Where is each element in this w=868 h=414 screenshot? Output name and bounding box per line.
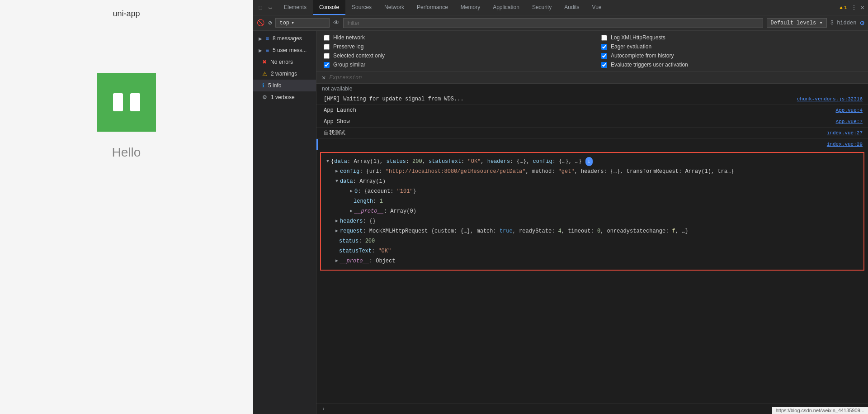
- warning-triangle-icon: ▲: [840, 5, 843, 10]
- filter-input[interactable]: [343, 18, 763, 28]
- obj-data-length-line: length: 1: [326, 196, 858, 206]
- svg-rect-1: [130, 93, 140, 111]
- obj-proto-expand-icon[interactable]: ▶: [335, 257, 338, 266]
- expression-close-icon[interactable]: ✕: [322, 74, 326, 81]
- setting-log-xmlhttp: Log XMLHttpRequests: [601, 34, 861, 41]
- eye-icon[interactable]: 👁: [333, 19, 340, 27]
- tab-console[interactable]: Console: [313, 0, 345, 15]
- obj-data-header-line: ▼ data: Array(1): [326, 176, 858, 186]
- statustext-text: statusText: "OK": [339, 247, 391, 256]
- obj-headers-line: ▶ headers: {}: [326, 216, 858, 226]
- sidebar-item-info[interactable]: ℹ 5 info: [253, 80, 316, 91]
- obj-summary-line: ▼ {data: Array(1), status: 200, statusTe…: [326, 157, 858, 167]
- sidebar-warnings-label: 2 warnings: [271, 71, 297, 77]
- console-line-app-launch: App Launch App.vue:4: [316, 105, 868, 116]
- sidebar-item-errors[interactable]: ✖ No errors: [253, 56, 316, 68]
- devtools-tabbar: ⬚ ▭ Elements Console Sources Network Per…: [253, 0, 868, 15]
- test-source[interactable]: index.vue:27: [827, 129, 863, 137]
- arrow-icon: ▶: [259, 36, 262, 41]
- url-bar: https://blog.csdn.net/weixin_44135909...: [772, 407, 868, 414]
- console-sidebar: ▶ ≡ 8 messages ▶ ≡ 5 user mess... ✖ No e…: [253, 31, 316, 414]
- obj-proto-line: ▶ __proto__: Object: [326, 256, 858, 266]
- sidebar-user-messages-label: 5 user mess...: [273, 47, 307, 53]
- selected-context-checkbox[interactable]: [324, 53, 330, 59]
- proto-expand-icon[interactable]: ▶: [350, 207, 353, 216]
- default-levels-selector[interactable]: Default levels ▾: [767, 18, 827, 28]
- console-main: Hide network Log XMLHttpRequests Preserv…: [316, 31, 868, 414]
- data-proto-text: __proto__: Array(0): [354, 207, 416, 216]
- app-title: uni-app: [113, 9, 140, 19]
- hide-network-checkbox[interactable]: [324, 35, 330, 41]
- settings-icon[interactable]: ⚙: [860, 19, 864, 28]
- context-selector[interactable]: top ▾: [275, 18, 330, 28]
- device-icon[interactable]: ▭: [267, 4, 274, 11]
- more-menu-icon[interactable]: ⋮: [851, 4, 857, 11]
- tab-vue[interactable]: Vue: [586, 0, 608, 15]
- app-hello-text: Hello: [112, 145, 141, 160]
- tab-right-icons: ▲ 1 ⋮ ✕: [840, 0, 868, 15]
- obj-data-item-line: ▶ 0: {account: "101"}: [326, 186, 858, 196]
- warning-badge: ▲ 1: [840, 5, 847, 10]
- chevron-down-icon: ▾: [291, 19, 294, 26]
- item-expand-icon[interactable]: ▶: [350, 187, 353, 196]
- hide-network-label: Hide network: [333, 34, 365, 41]
- expand-icon[interactable]: ▼: [326, 157, 329, 166]
- hmr-source[interactable]: chunk-vendors.js:32316: [797, 95, 863, 103]
- request-text: request: MockXMLHttpRequest {custom: {…}…: [340, 227, 689, 236]
- setting-autocomplete: Autocomplete from history: [601, 52, 861, 59]
- app-preview: uni-app Hello: [0, 0, 253, 414]
- sidebar-item-warnings[interactable]: ⚠ 2 warnings: [253, 68, 316, 80]
- tab-performance[interactable]: Performance: [410, 0, 454, 15]
- headers-expand-icon[interactable]: ▶: [335, 217, 338, 226]
- data-label: data: Array(1): [340, 177, 386, 186]
- object-source[interactable]: index.vue:29: [827, 140, 863, 148]
- evaluate-triggers-checkbox[interactable]: [601, 62, 607, 68]
- obj-data-proto-line: ▶ __proto__: Array(0): [326, 206, 858, 216]
- obj-summary-text: {data: Array(1), status: 200, statusText…: [331, 157, 582, 166]
- app-launch-source[interactable]: App.vue:4: [836, 106, 863, 114]
- setting-eager-eval: Eager evaluation: [601, 43, 861, 50]
- tab-elements[interactable]: Elements: [278, 0, 313, 15]
- block-icon[interactable]: ⊘: [268, 19, 272, 27]
- hidden-count: 3 hidden: [830, 20, 857, 26]
- arrow-icon: ▶: [259, 48, 262, 53]
- eager-eval-checkbox[interactable]: [601, 44, 607, 50]
- messages-icon: ≡: [266, 35, 269, 42]
- eager-eval-label: Eager evaluation: [611, 43, 651, 50]
- tab-memory[interactable]: Memory: [454, 0, 486, 15]
- app-show-source[interactable]: App.vue:7: [836, 118, 863, 126]
- inspect-icon[interactable]: ⬚: [257, 4, 264, 11]
- sidebar-errors-label: No errors: [270, 59, 293, 65]
- data-length-text: length: 1: [354, 197, 383, 206]
- sidebar-info-label: 5 info: [268, 82, 281, 89]
- tab-security[interactable]: Security: [526, 0, 558, 15]
- config-expand-icon[interactable]: ▶: [335, 167, 338, 176]
- close-devtools-button[interactable]: ✕: [861, 4, 864, 11]
- tab-sources[interactable]: Sources: [345, 0, 378, 15]
- sidebar-item-all-messages[interactable]: ▶ ≡ 8 messages: [253, 33, 316, 44]
- group-similar-checkbox[interactable]: [324, 62, 330, 68]
- info-icon: ℹ: [262, 82, 264, 89]
- autocomplete-history-checkbox[interactable]: [601, 53, 607, 59]
- console-line-test: 自我测试 index.vue:27: [316, 128, 868, 139]
- request-expand-icon[interactable]: ▶: [335, 227, 338, 236]
- tab-network[interactable]: Network: [378, 0, 410, 15]
- log-xmlhttp-checkbox[interactable]: [601, 35, 607, 41]
- tab-application[interactable]: Application: [486, 0, 526, 15]
- test-text: 自我测试: [324, 129, 820, 137]
- tab-audits[interactable]: Audits: [558, 0, 585, 15]
- selected-context-label: Selected context only: [333, 52, 385, 59]
- preserve-log-checkbox[interactable]: [324, 44, 330, 50]
- data-expand-icon[interactable]: ▼: [335, 177, 338, 186]
- headers-text: headers: {}: [340, 217, 376, 226]
- uni-app-logo: [111, 86, 142, 118]
- sidebar-item-verbose[interactable]: ⚙ 1 verbose: [253, 91, 316, 103]
- sidebar-item-user-messages[interactable]: ▶ ≡ 5 user mess...: [253, 44, 316, 56]
- clear-console-icon[interactable]: 🚫: [257, 19, 264, 27]
- console-line-app-show: App Show App.vue:7: [316, 116, 868, 128]
- not-available-text: not available: [316, 84, 868, 94]
- autocomplete-history-label: Autocomplete from history: [611, 52, 674, 59]
- preserve-log-label: Preserve log: [333, 43, 363, 50]
- setting-selected-context: Selected context only: [324, 52, 583, 59]
- expression-row: ✕ Expression: [316, 72, 868, 84]
